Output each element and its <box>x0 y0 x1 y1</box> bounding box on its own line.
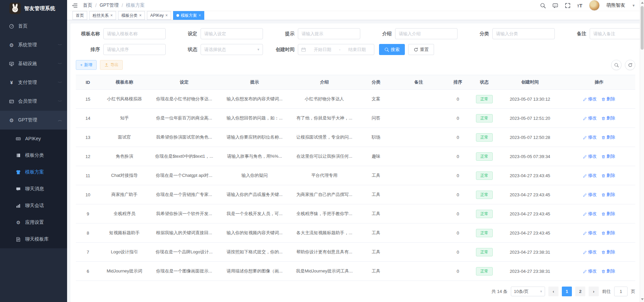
cell-name: 角色扮演 <box>100 147 149 166</box>
intro-input[interactable] <box>395 28 458 39</box>
search-icon[interactable] <box>540 3 546 8</box>
sidebar-menu: 首页⚙系统管理﹀基础设施﹀¥支付管理﹀会员管理﹀⚙GPT管理︿APIKey模板分… <box>0 17 67 248</box>
tab-fans[interactable]: 粉丝关系× <box>89 11 116 20</box>
delete-icon <box>601 154 605 159</box>
category-input[interactable] <box>492 28 555 39</box>
sidebar-item-system[interactable]: ⚙系统管理﹀ <box>0 36 67 54</box>
search-button[interactable]: 搜索 <box>379 44 405 55</box>
status-select[interactable]: 请选择状态 ▾ <box>201 44 263 55</box>
remark-input[interactable] <box>590 28 644 39</box>
filter-row-2: 排序 状态 请选择状态 ▾ 创建时间 开始日期 - 结 <box>76 44 635 55</box>
delete-link[interactable]: 删除 <box>601 96 615 102</box>
scrollbar[interactable] <box>640 0 644 302</box>
close-icon[interactable]: × <box>199 13 201 17</box>
sidebar-item-infra[interactable]: 基础设施﹀ <box>0 54 67 73</box>
toggle-search-button[interactable] <box>611 60 622 70</box>
tab-home[interactable]: 首页 <box>72 11 87 20</box>
sort-input[interactable] <box>103 44 166 55</box>
sidebar-item-home[interactable]: 首页 <box>0 17 67 36</box>
edit-link[interactable]: 修改 <box>583 96 597 102</box>
breadcrumb-item[interactable]: GPT管理 <box>100 2 119 8</box>
setting-input[interactable] <box>201 28 263 39</box>
close-icon[interactable]: × <box>110 13 113 17</box>
delete-link[interactable]: 删除 <box>601 134 615 140</box>
sidebar-subitem-apikey[interactable]: APIKey <box>0 130 67 147</box>
table-row: 9全栈程序员我希望你扮演一个软件开发...我是一个全栈开发人员，可...全栈程序… <box>76 204 635 223</box>
tab-template-cate[interactable]: 模板分类× <box>118 11 145 20</box>
export-icon <box>104 63 109 67</box>
sidebar-item-payment[interactable]: ¥支付管理﹀ <box>0 73 67 92</box>
reset-button[interactable]: 重置 <box>408 44 434 55</box>
edit-link[interactable]: 修改 <box>583 230 597 236</box>
delete-link[interactable]: 删除 <box>601 172 615 179</box>
next-page-button[interactable]: › <box>589 287 599 296</box>
tab-template-plan[interactable]: 模板方案× <box>173 11 204 20</box>
delete-link[interactable]: 删除 <box>601 230 615 236</box>
font-size-icon[interactable]: TT <box>577 3 582 8</box>
sidebar-subitem-chat-message[interactable]: 聊天消息 <box>0 181 67 197</box>
delete-link[interactable]: 删除 <box>601 249 615 255</box>
edit-link[interactable]: 修改 <box>583 134 597 140</box>
breadcrumb-item[interactable]: 首页 <box>83 2 92 8</box>
sidebar-subitem-label: 聊天模板库 <box>25 236 49 242</box>
filter-field-category: 分类 <box>465 28 555 39</box>
sidebar-item-gpt[interactable]: ⚙GPT管理︿ <box>0 111 67 130</box>
goto-page-input[interactable] <box>614 287 628 296</box>
prev-page-button[interactable]: ‹ <box>548 287 558 296</box>
prompt-input[interactable] <box>298 28 360 39</box>
sidebar-subitem-label: 模板方案 <box>25 169 44 175</box>
user-avatar[interactable] <box>589 0 600 11</box>
edit-link[interactable]: 修改 <box>583 268 597 274</box>
export-button[interactable]: 导出 <box>100 60 123 70</box>
tab-apikey[interactable]: APIKey× <box>147 11 171 20</box>
refresh-table-button[interactable] <box>625 60 635 70</box>
scrollbar-up-arrow-icon[interactable] <box>641 2 644 4</box>
cell-actions: 修改删除 <box>563 243 635 262</box>
sidebar-item-label: 会员管理 <box>18 98 37 104</box>
template-name-input[interactable] <box>103 28 166 39</box>
sidebar-item-member[interactable]: 会员管理﹀ <box>0 92 67 111</box>
user-menu-caret-icon[interactable]: ▼ <box>632 4 635 7</box>
user-name[interactable]: 萌熊智友 <box>606 2 625 8</box>
sidebar-subitem-chat-library[interactable]: 聊天模板库 <box>0 231 67 248</box>
edit-link[interactable]: 修改 <box>583 192 597 198</box>
add-button[interactable]: + 新增 <box>76 60 97 70</box>
page-button-2[interactable]: 2 <box>575 287 585 296</box>
edit-link[interactable]: 修改 <box>583 153 597 159</box>
edit-link[interactable]: 修改 <box>583 211 597 217</box>
sidebar-subitem-template-plan[interactable]: 模板方案 <box>0 164 67 181</box>
date-range-picker[interactable]: 开始日期 - 结束日期 <box>298 44 374 55</box>
chevron-down-icon: ▾ <box>257 47 259 52</box>
delete-link[interactable]: 删除 <box>601 192 615 198</box>
delete-link[interactable]: 删除 <box>601 153 615 159</box>
edit-link[interactable]: 修改 <box>583 172 597 179</box>
page-button-1[interactable]: 1 <box>562 287 572 296</box>
close-icon[interactable]: × <box>139 13 142 17</box>
sidebar-toggle-icon[interactable] <box>72 3 77 8</box>
delete-link[interactable]: 删除 <box>601 211 615 217</box>
page-size-select[interactable]: 10条/页 ▾ <box>511 287 545 296</box>
delete-link[interactable]: 删除 <box>601 268 615 274</box>
cell-remark <box>393 243 444 262</box>
cell-created: 2023-05-05 07:39:34 <box>497 147 563 166</box>
page-content: 模板名称设定提示介绍分类备注 排序 状态 请选择状态 ▾ 创建时间 <box>67 20 644 302</box>
sidebar-subitem-template-cate[interactable]: 模板分类 <box>0 147 67 164</box>
message-icon[interactable] <box>552 3 558 8</box>
delete-label: 删除 <box>606 211 615 217</box>
intro-label: 介绍 <box>368 31 392 37</box>
status-badge: 正常 <box>476 229 493 237</box>
edit-icon <box>583 135 587 140</box>
status-badge: 正常 <box>476 210 493 218</box>
edit-link[interactable]: 修改 <box>583 115 597 121</box>
cell-status: 正常 <box>472 223 497 243</box>
cell-sort: 0 <box>444 204 472 223</box>
sidebar-subitem-app-settings[interactable]: ⚙应用设置 <box>0 214 67 231</box>
edit-link[interactable]: 修改 <box>583 249 597 255</box>
close-icon[interactable]: × <box>165 13 168 17</box>
scrollbar-thumb[interactable] <box>641 6 644 50</box>
sidebar-subitem-chat-session[interactable]: 聊天会话 <box>0 197 67 214</box>
column-header: ID <box>76 75 100 90</box>
fullscreen-icon[interactable] <box>565 3 571 8</box>
scrollbar-down-arrow-icon[interactable] <box>641 298 644 300</box>
delete-link[interactable]: 删除 <box>601 115 615 121</box>
